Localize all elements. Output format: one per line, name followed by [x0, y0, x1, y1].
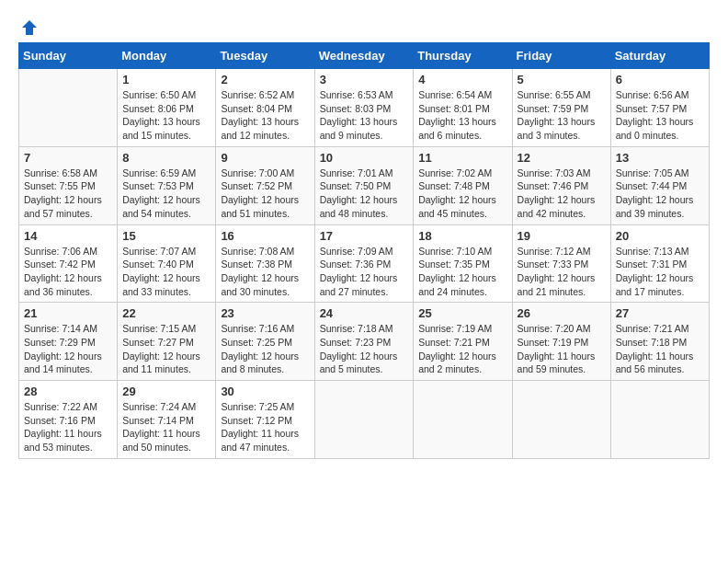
calendar-cell: 6Sunrise: 6:56 AM Sunset: 7:57 PM Daylig…: [610, 69, 709, 147]
calendar-week-row: 1Sunrise: 6:50 AM Sunset: 8:06 PM Daylig…: [19, 69, 710, 147]
calendar-cell: 24Sunrise: 7:18 AM Sunset: 7:23 PM Dayli…: [314, 303, 414, 381]
day-info: Sunrise: 7:19 AM Sunset: 7:21 PM Dayligh…: [418, 322, 506, 376]
calendar-cell: 23Sunrise: 7:16 AM Sunset: 7:25 PM Dayli…: [216, 303, 314, 381]
day-info: Sunrise: 7:05 AM Sunset: 7:44 PM Dayligh…: [616, 167, 704, 221]
day-number: 15: [122, 229, 210, 243]
day-info: Sunrise: 7:13 AM Sunset: 7:31 PM Dayligh…: [616, 245, 704, 299]
day-info: Sunrise: 7:02 AM Sunset: 7:48 PM Dayligh…: [418, 167, 506, 221]
calendar-cell: 19Sunrise: 7:12 AM Sunset: 7:33 PM Dayli…: [512, 224, 610, 303]
weekday-header: Saturday: [610, 43, 709, 69]
calendar-cell: 4Sunrise: 6:54 AM Sunset: 8:01 PM Daylig…: [414, 69, 512, 147]
day-info: Sunrise: 7:16 AM Sunset: 7:25 PM Dayligh…: [221, 322, 309, 376]
day-number: 26: [518, 306, 606, 320]
calendar-cell: [414, 381, 512, 459]
weekday-header: Monday: [118, 43, 216, 69]
day-number: 22: [122, 306, 210, 320]
day-number: 17: [320, 229, 409, 243]
calendar-cell: 27Sunrise: 7:21 AM Sunset: 7:18 PM Dayli…: [610, 303, 709, 381]
calendar-cell: 25Sunrise: 7:19 AM Sunset: 7:21 PM Dayli…: [414, 303, 512, 381]
day-number: 4: [418, 73, 506, 86]
calendar-cell: [610, 381, 709, 459]
day-info: Sunrise: 7:06 AM Sunset: 7:42 PM Dayligh…: [24, 245, 112, 299]
calendar-cell: 18Sunrise: 7:10 AM Sunset: 7:35 PM Dayli…: [414, 224, 512, 303]
day-info: Sunrise: 7:08 AM Sunset: 7:38 PM Dayligh…: [221, 245, 309, 299]
day-number: 11: [418, 151, 506, 165]
calendar-cell: 17Sunrise: 7:09 AM Sunset: 7:36 PM Dayli…: [314, 224, 414, 303]
day-info: Sunrise: 6:56 AM Sunset: 7:57 PM Dayligh…: [616, 88, 704, 143]
calendar: SundayMondayTuesdayWednesdayThursdayFrid…: [18, 42, 710, 459]
calendar-cell: 11Sunrise: 7:02 AM Sunset: 7:48 PM Dayli…: [414, 146, 512, 224]
day-number: 28: [24, 385, 112, 398]
weekday-header: Friday: [512, 43, 610, 69]
calendar-cell: 20Sunrise: 7:13 AM Sunset: 7:31 PM Dayli…: [610, 224, 709, 303]
day-info: Sunrise: 6:55 AM Sunset: 7:59 PM Dayligh…: [518, 88, 606, 143]
day-number: 16: [221, 229, 309, 243]
calendar-week-row: 14Sunrise: 7:06 AM Sunset: 7:42 PM Dayli…: [19, 224, 710, 303]
day-number: 13: [616, 151, 704, 165]
day-info: Sunrise: 6:59 AM Sunset: 7:53 PM Dayligh…: [122, 167, 210, 221]
day-info: Sunrise: 7:00 AM Sunset: 7:52 PM Dayligh…: [221, 167, 309, 221]
day-number: 9: [221, 151, 309, 165]
calendar-cell: 3Sunrise: 6:53 AM Sunset: 8:03 PM Daylig…: [314, 69, 414, 147]
day-info: Sunrise: 7:18 AM Sunset: 7:23 PM Dayligh…: [320, 322, 409, 376]
day-info: Sunrise: 6:54 AM Sunset: 8:01 PM Dayligh…: [418, 88, 506, 143]
day-number: 30: [221, 385, 309, 398]
day-number: 23: [221, 306, 309, 320]
calendar-cell: [19, 69, 118, 147]
day-number: 21: [24, 306, 112, 320]
svg-marker-0: [22, 20, 37, 35]
day-number: 25: [418, 306, 506, 320]
day-number: 14: [24, 229, 112, 243]
day-number: 1: [122, 73, 210, 86]
day-number: 8: [122, 151, 210, 165]
calendar-cell: 5Sunrise: 6:55 AM Sunset: 7:59 PM Daylig…: [512, 69, 610, 147]
day-info: Sunrise: 6:52 AM Sunset: 8:04 PM Dayligh…: [221, 88, 309, 143]
calendar-cell: [314, 381, 414, 459]
calendar-cell: 26Sunrise: 7:20 AM Sunset: 7:19 PM Dayli…: [512, 303, 610, 381]
calendar-cell: 28Sunrise: 7:22 AM Sunset: 7:16 PM Dayli…: [19, 381, 118, 459]
day-info: Sunrise: 7:09 AM Sunset: 7:36 PM Dayligh…: [320, 245, 409, 299]
calendar-week-row: 28Sunrise: 7:22 AM Sunset: 7:16 PM Dayli…: [19, 381, 710, 459]
logo: [18, 18, 39, 33]
day-number: 2: [221, 73, 309, 86]
day-info: Sunrise: 7:22 AM Sunset: 7:16 PM Dayligh…: [24, 400, 112, 454]
day-info: Sunrise: 7:21 AM Sunset: 7:18 PM Dayligh…: [616, 322, 704, 376]
day-info: Sunrise: 7:14 AM Sunset: 7:29 PM Dayligh…: [24, 322, 112, 376]
day-number: 5: [518, 73, 606, 86]
day-number: 12: [518, 151, 606, 165]
day-info: Sunrise: 7:10 AM Sunset: 7:35 PM Dayligh…: [418, 245, 506, 299]
day-number: 3: [320, 73, 409, 86]
calendar-cell: 2Sunrise: 6:52 AM Sunset: 8:04 PM Daylig…: [216, 69, 314, 147]
weekday-header: Wednesday: [314, 43, 414, 69]
calendar-cell: 22Sunrise: 7:15 AM Sunset: 7:27 PM Dayli…: [118, 303, 216, 381]
weekday-header: Thursday: [414, 43, 512, 69]
calendar-cell: 8Sunrise: 6:59 AM Sunset: 7:53 PM Daylig…: [118, 146, 216, 224]
day-info: Sunrise: 7:03 AM Sunset: 7:46 PM Dayligh…: [518, 167, 606, 221]
calendar-week-row: 7Sunrise: 6:58 AM Sunset: 7:55 PM Daylig…: [19, 146, 710, 224]
day-info: Sunrise: 7:24 AM Sunset: 7:14 PM Dayligh…: [122, 400, 210, 454]
calendar-cell: 30Sunrise: 7:25 AM Sunset: 7:12 PM Dayli…: [216, 381, 314, 459]
calendar-cell: 14Sunrise: 7:06 AM Sunset: 7:42 PM Dayli…: [19, 224, 118, 303]
day-number: 6: [616, 73, 704, 86]
day-info: Sunrise: 6:50 AM Sunset: 8:06 PM Dayligh…: [122, 88, 210, 143]
day-info: Sunrise: 7:01 AM Sunset: 7:50 PM Dayligh…: [320, 167, 409, 221]
weekday-header: Tuesday: [216, 43, 314, 69]
day-number: 29: [122, 385, 210, 398]
calendar-cell: 13Sunrise: 7:05 AM Sunset: 7:44 PM Dayli…: [610, 146, 709, 224]
day-info: Sunrise: 7:20 AM Sunset: 7:19 PM Dayligh…: [518, 322, 606, 376]
weekday-header: Sunday: [19, 43, 118, 69]
calendar-cell: [512, 381, 610, 459]
logo-icon: [20, 18, 39, 37]
day-info: Sunrise: 7:07 AM Sunset: 7:40 PM Dayligh…: [122, 245, 210, 299]
day-info: Sunrise: 7:25 AM Sunset: 7:12 PM Dayligh…: [221, 400, 309, 454]
day-number: 10: [320, 151, 409, 165]
day-number: 7: [24, 151, 112, 165]
calendar-cell: 21Sunrise: 7:14 AM Sunset: 7:29 PM Dayli…: [19, 303, 118, 381]
day-info: Sunrise: 7:12 AM Sunset: 7:33 PM Dayligh…: [518, 245, 606, 299]
weekday-header-row: SundayMondayTuesdayWednesdayThursdayFrid…: [19, 43, 710, 69]
page-header: [18, 18, 710, 33]
calendar-cell: 7Sunrise: 6:58 AM Sunset: 7:55 PM Daylig…: [19, 146, 118, 224]
calendar-cell: 12Sunrise: 7:03 AM Sunset: 7:46 PM Dayli…: [512, 146, 610, 224]
day-number: 18: [418, 229, 506, 243]
day-number: 20: [616, 229, 704, 243]
